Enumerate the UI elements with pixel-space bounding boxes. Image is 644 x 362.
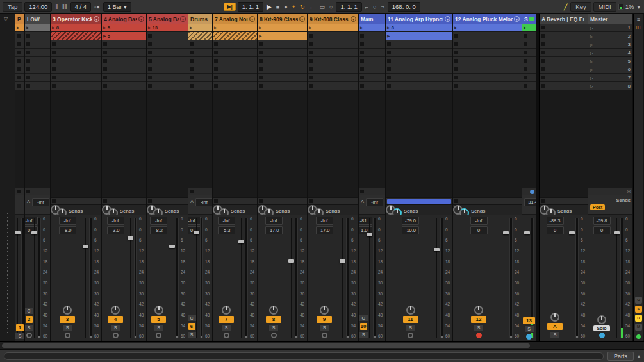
clip-slot[interactable] [25, 57, 50, 65]
clip-stop-button[interactable] [454, 34, 458, 38]
stop-clips-button[interactable] [541, 199, 545, 203]
clip-slot[interactable] [188, 65, 212, 74]
clip-stop-button[interactable] [387, 84, 391, 88]
clip-slot[interactable]: ▶13 [147, 24, 188, 32]
clip-slot[interactable] [147, 74, 188, 82]
scene-slot[interactable]: ▷4 [588, 49, 632, 57]
clip-slot[interactable]: ▶ [308, 24, 358, 32]
clip-stop-button[interactable] [309, 76, 313, 79]
tap-tempo-button[interactable]: Tap [3, 2, 22, 12]
track-header-main[interactable]: Main [359, 14, 385, 24]
clip-slot[interactable] [258, 40, 307, 49]
volume-fader[interactable] [31, 218, 37, 338]
mixer-view-icon[interactable]: ||| [636, 25, 641, 29]
stop-clips-button[interactable] [360, 190, 364, 193]
clip-slot[interactable] [359, 40, 385, 49]
clip-slot[interactable] [540, 57, 588, 65]
clip-stop-button[interactable] [259, 84, 263, 88]
pan-knob[interactable] [550, 313, 559, 322]
fader-handle[interactable] [15, 231, 21, 234]
solo-button[interactable]: S [474, 324, 484, 331]
mixer-section-toggle-r[interactable]: R [635, 315, 642, 322]
clip-stop-button[interactable] [214, 59, 218, 63]
clip-slot[interactable] [308, 65, 358, 74]
clip-slot[interactable] [102, 65, 146, 74]
clip-play-icon[interactable]: ▶ [259, 34, 262, 38]
clip-stop-button[interactable] [309, 42, 313, 46]
clip-stop-button[interactable] [309, 34, 313, 38]
clip-stop-button[interactable] [52, 84, 56, 88]
stop-clips-button[interactable] [26, 190, 30, 193]
clip-slot[interactable] [15, 32, 24, 40]
track-activator[interactable]: 8 [266, 316, 281, 323]
session-record-button[interactable]: ○ [328, 4, 334, 10]
clip-stop-button[interactable] [524, 51, 527, 54]
clip-stop-button[interactable] [360, 34, 364, 38]
send-a-value[interactable]: -inf [195, 198, 213, 206]
fader-handle[interactable] [367, 233, 372, 236]
pan-knob[interactable] [154, 306, 163, 315]
clip-slot[interactable] [308, 74, 358, 82]
clip-slot[interactable] [453, 32, 522, 40]
clip-slot[interactable] [522, 74, 536, 82]
clip-stop-button[interactable] [26, 51, 30, 54]
parts-button[interactable]: Parts [607, 352, 634, 361]
clip-stop-button[interactable] [541, 84, 545, 88]
clip-stop-button[interactable] [190, 42, 194, 46]
peak-level-display[interactable]: -Inf [59, 217, 76, 225]
volume-fader[interactable] [83, 218, 88, 338]
clip-play-icon[interactable]: ▶ [214, 26, 217, 29]
clip-slot[interactable] [213, 40, 257, 49]
clip-stop-button[interactable] [103, 67, 107, 71]
scene-slot[interactable]: ▷6 [588, 65, 632, 74]
track-menu-icon[interactable]: ▾ [180, 16, 186, 22]
re-enable-automation-button[interactable]: ↻ [299, 4, 306, 10]
track-header-5-analog-bass[interactable]: 5 Analog Bass▾ [147, 14, 188, 24]
menu-icon[interactable]: ≡ [637, 17, 640, 22]
clip-slot[interactable] [213, 74, 257, 82]
clip-slot[interactable] [102, 49, 146, 57]
clip-stop-button[interactable] [454, 42, 458, 46]
clip-stop-button[interactable] [360, 59, 364, 63]
scene-play-icon[interactable]: ▷ [590, 84, 593, 88]
key-map-button[interactable]: Key [570, 2, 591, 12]
volume-display[interactable]: -8.0 [59, 226, 76, 234]
peak-level-display[interactable]: -Inf [316, 217, 333, 225]
track-header-9-kit-808-classic[interactable]: 9 Kit-808 Classic▾ [308, 14, 358, 24]
volume-display[interactable]: 0 [547, 226, 564, 234]
clip-stop-button[interactable] [26, 67, 30, 71]
arrangement-position-display[interactable]: 1. 1. 1 [238, 2, 263, 12]
track-activator[interactable]: 1 [16, 324, 24, 331]
track-header-7-analog-noise[interactable]: 7 Analog Noise▾ [213, 14, 257, 24]
clip-stop-button[interactable] [541, 51, 545, 54]
clip-slot[interactable]: ▶5 [102, 32, 146, 40]
clip-slot[interactable] [540, 74, 588, 82]
clip-slot[interactable]: ▶ [522, 24, 536, 32]
scene-slot[interactable]: ▷8 [588, 82, 632, 90]
clip-stop-button[interactable] [454, 84, 458, 88]
clip-slot[interactable] [258, 74, 307, 82]
clip-stop-button[interactable] [26, 34, 30, 38]
track-activator[interactable]: A [547, 323, 563, 330]
clip-slot[interactable]: ▶ [453, 24, 522, 32]
clip-slot-hatched[interactable] [51, 32, 101, 40]
clip-slot[interactable] [522, 40, 536, 49]
volume-fader[interactable] [434, 218, 440, 338]
pan-knob[interactable] [406, 306, 415, 315]
peak-level-display[interactable]: -Inf [470, 217, 488, 225]
clip-stop-button[interactable] [387, 67, 391, 71]
clip-play-icon[interactable]: ▶ [309, 26, 312, 29]
clip-slot[interactable] [540, 49, 588, 57]
play-button[interactable]: ▶ [265, 3, 273, 10]
volume-display[interactable]: -5.3 [218, 226, 235, 234]
clip-stop-button[interactable] [541, 76, 545, 79]
clip-slot-hatched[interactable] [213, 32, 257, 40]
clip-slot[interactable] [51, 49, 101, 57]
clip-stop-button[interactable] [524, 59, 527, 63]
clip-stop-button[interactable] [17, 59, 21, 63]
clip-slot[interactable] [25, 40, 50, 49]
fader-handle[interactable] [169, 245, 175, 248]
clip-slot[interactable]: ▶ [386, 32, 452, 40]
track-menu-icon[interactable]: ▾ [249, 16, 255, 22]
clip-slot[interactable] [308, 49, 358, 57]
